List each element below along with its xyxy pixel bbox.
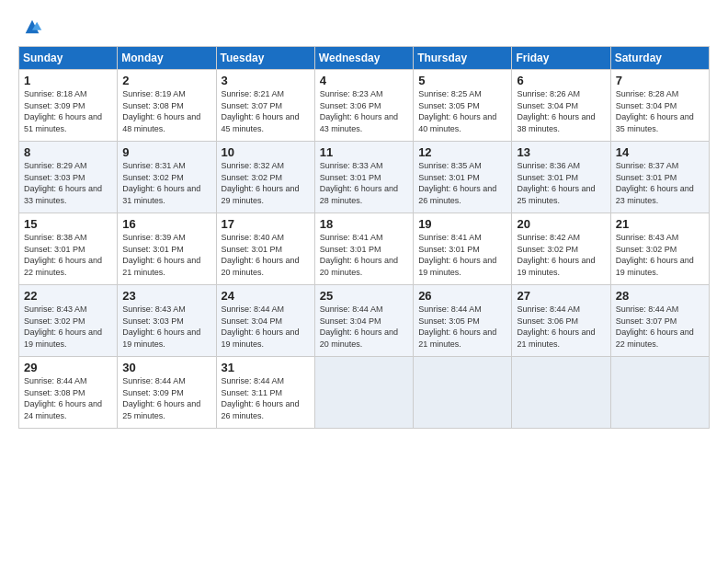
calendar-cell: 15 Sunrise: 8:38 AMSunset: 3:01 PMDaylig… bbox=[19, 213, 118, 285]
day-number: 29 bbox=[24, 361, 113, 374]
day-info: Sunrise: 8:44 AMSunset: 3:07 PMDaylight:… bbox=[616, 304, 694, 349]
day-info: Sunrise: 8:41 AMSunset: 3:01 PMDaylight:… bbox=[418, 233, 496, 277]
calendar-cell: 24 Sunrise: 8:44 AMSunset: 3:04 PMDaylig… bbox=[216, 285, 314, 357]
calendar-cell bbox=[414, 357, 512, 429]
day-info: Sunrise: 8:42 AMSunset: 3:02 PMDaylight:… bbox=[517, 233, 595, 277]
calendar-week-1: 1 Sunrise: 8:18 AMSunset: 3:09 PMDayligh… bbox=[19, 70, 710, 142]
day-number: 25 bbox=[320, 289, 409, 303]
day-number: 15 bbox=[24, 217, 113, 231]
day-number: 21 bbox=[616, 217, 705, 231]
day-info: Sunrise: 8:44 AMSunset: 3:11 PMDaylight:… bbox=[222, 376, 300, 420]
day-number: 16 bbox=[122, 217, 211, 231]
calendar-cell: 31 Sunrise: 8:44 AMSunset: 3:11 PMDaylig… bbox=[216, 357, 314, 429]
day-number: 19 bbox=[418, 217, 507, 231]
day-number: 13 bbox=[517, 145, 606, 159]
day-info: Sunrise: 8:33 AMSunset: 3:01 PMDaylight:… bbox=[320, 161, 398, 205]
calendar-cell: 21 Sunrise: 8:43 AMSunset: 3:02 PMDaylig… bbox=[610, 213, 709, 285]
day-number: 3 bbox=[222, 74, 311, 87]
day-info: Sunrise: 8:19 AMSunset: 3:08 PMDaylight:… bbox=[122, 89, 200, 133]
day-info: Sunrise: 8:21 AMSunset: 3:07 PMDaylight:… bbox=[222, 89, 300, 133]
calendar-cell: 30 Sunrise: 8:44 AMSunset: 3:09 PMDaylig… bbox=[118, 357, 216, 429]
day-number: 22 bbox=[24, 289, 113, 303]
calendar-cell: 3 Sunrise: 8:21 AMSunset: 3:07 PMDayligh… bbox=[216, 70, 314, 142]
day-number: 6 bbox=[517, 74, 606, 87]
calendar-cell: 7 Sunrise: 8:28 AMSunset: 3:04 PMDayligh… bbox=[610, 70, 709, 142]
calendar-cell: 14 Sunrise: 8:37 AMSunset: 3:01 PMDaylig… bbox=[610, 142, 709, 213]
day-info: Sunrise: 8:23 AMSunset: 3:06 PMDaylight:… bbox=[320, 89, 398, 133]
calendar-header-thursday: Thursday bbox=[414, 47, 512, 70]
calendar-cell: 20 Sunrise: 8:42 AMSunset: 3:02 PMDaylig… bbox=[512, 213, 610, 285]
calendar-cell: 23 Sunrise: 8:43 AMSunset: 3:03 PMDaylig… bbox=[118, 285, 216, 357]
calendar-cell: 22 Sunrise: 8:43 AMSunset: 3:02 PMDaylig… bbox=[19, 285, 118, 357]
day-number: 8 bbox=[24, 145, 113, 159]
calendar-week-4: 22 Sunrise: 8:43 AMSunset: 3:02 PMDaylig… bbox=[19, 285, 710, 357]
day-number: 4 bbox=[320, 74, 409, 87]
calendar-cell: 28 Sunrise: 8:44 AMSunset: 3:07 PMDaylig… bbox=[610, 285, 709, 357]
day-number: 1 bbox=[24, 74, 113, 87]
calendar-cell: 29 Sunrise: 8:44 AMSunset: 3:08 PMDaylig… bbox=[19, 357, 118, 429]
calendar-week-3: 15 Sunrise: 8:38 AMSunset: 3:01 PMDaylig… bbox=[19, 213, 710, 285]
day-info: Sunrise: 8:44 AMSunset: 3:05 PMDaylight:… bbox=[418, 304, 496, 349]
calendar-cell: 9 Sunrise: 8:31 AMSunset: 3:02 PMDayligh… bbox=[118, 142, 216, 213]
calendar-week-5: 29 Sunrise: 8:44 AMSunset: 3:08 PMDaylig… bbox=[19, 357, 710, 429]
calendar-header-monday: Monday bbox=[118, 47, 216, 70]
day-number: 28 bbox=[616, 289, 705, 303]
day-info: Sunrise: 8:40 AMSunset: 3:01 PMDaylight:… bbox=[222, 233, 300, 277]
page: SundayMondayTuesdayWednesdayThursdayFrid… bbox=[0, 0, 728, 563]
day-number: 30 bbox=[122, 361, 211, 374]
day-info: Sunrise: 8:44 AMSunset: 3:08 PMDaylight:… bbox=[24, 376, 102, 420]
day-info: Sunrise: 8:43 AMSunset: 3:02 PMDaylight:… bbox=[616, 233, 694, 277]
calendar-cell: 12 Sunrise: 8:35 AMSunset: 3:01 PMDaylig… bbox=[414, 142, 512, 213]
day-info: Sunrise: 8:41 AMSunset: 3:01 PMDaylight:… bbox=[320, 233, 398, 277]
day-info: Sunrise: 8:37 AMSunset: 3:01 PMDaylight:… bbox=[616, 161, 694, 205]
day-info: Sunrise: 8:31 AMSunset: 3:02 PMDaylight:… bbox=[122, 161, 200, 205]
calendar-cell: 13 Sunrise: 8:36 AMSunset: 3:01 PMDaylig… bbox=[512, 142, 610, 213]
day-info: Sunrise: 8:44 AMSunset: 3:04 PMDaylight:… bbox=[320, 304, 398, 349]
calendar-header-friday: Friday bbox=[512, 47, 610, 70]
day-info: Sunrise: 8:28 AMSunset: 3:04 PMDaylight:… bbox=[616, 89, 694, 133]
day-number: 27 bbox=[517, 289, 606, 303]
calendar-cell: 2 Sunrise: 8:19 AMSunset: 3:08 PMDayligh… bbox=[118, 70, 216, 142]
day-info: Sunrise: 8:25 AMSunset: 3:05 PMDaylight:… bbox=[418, 89, 496, 133]
logo bbox=[18, 17, 42, 37]
day-number: 12 bbox=[418, 145, 507, 159]
day-number: 11 bbox=[320, 145, 409, 159]
day-info: Sunrise: 8:38 AMSunset: 3:01 PMDaylight:… bbox=[24, 233, 102, 277]
day-number: 10 bbox=[222, 145, 311, 159]
day-number: 17 bbox=[222, 217, 311, 231]
day-info: Sunrise: 8:43 AMSunset: 3:03 PMDaylight:… bbox=[122, 304, 200, 349]
calendar-cell: 19 Sunrise: 8:41 AMSunset: 3:01 PMDaylig… bbox=[414, 213, 512, 285]
day-number: 5 bbox=[418, 74, 507, 87]
calendar-header-row: SundayMondayTuesdayWednesdayThursdayFrid… bbox=[19, 47, 710, 70]
day-number: 31 bbox=[222, 361, 311, 374]
day-number: 20 bbox=[517, 217, 606, 231]
day-info: Sunrise: 8:26 AMSunset: 3:04 PMDaylight:… bbox=[517, 89, 595, 133]
calendar-cell: 17 Sunrise: 8:40 AMSunset: 3:01 PMDaylig… bbox=[216, 213, 314, 285]
day-number: 14 bbox=[616, 145, 705, 159]
calendar-cell bbox=[610, 357, 709, 429]
calendar-cell: 11 Sunrise: 8:33 AMSunset: 3:01 PMDaylig… bbox=[314, 142, 413, 213]
day-info: Sunrise: 8:29 AMSunset: 3:03 PMDaylight:… bbox=[24, 161, 102, 205]
calendar-cell: 18 Sunrise: 8:41 AMSunset: 3:01 PMDaylig… bbox=[314, 213, 413, 285]
calendar-cell: 27 Sunrise: 8:44 AMSunset: 3:06 PMDaylig… bbox=[512, 285, 610, 357]
calendar-table: SundayMondayTuesdayWednesdayThursdayFrid… bbox=[18, 46, 710, 429]
day-info: Sunrise: 8:36 AMSunset: 3:01 PMDaylight:… bbox=[517, 161, 595, 205]
calendar-cell: 1 Sunrise: 8:18 AMSunset: 3:09 PMDayligh… bbox=[19, 70, 118, 142]
day-number: 26 bbox=[418, 289, 507, 303]
day-number: 18 bbox=[320, 217, 409, 231]
calendar-cell: 5 Sunrise: 8:25 AMSunset: 3:05 PMDayligh… bbox=[414, 70, 512, 142]
day-info: Sunrise: 8:44 AMSunset: 3:04 PMDaylight:… bbox=[222, 304, 300, 349]
day-info: Sunrise: 8:32 AMSunset: 3:02 PMDaylight:… bbox=[222, 161, 300, 205]
calendar-header-sunday: Sunday bbox=[19, 47, 118, 70]
calendar-cell: 8 Sunrise: 8:29 AMSunset: 3:03 PMDayligh… bbox=[19, 142, 118, 213]
calendar-header-saturday: Saturday bbox=[610, 47, 709, 70]
day-info: Sunrise: 8:39 AMSunset: 3:01 PMDaylight:… bbox=[122, 233, 200, 277]
logo-icon bbox=[22, 17, 42, 37]
day-info: Sunrise: 8:44 AMSunset: 3:09 PMDaylight:… bbox=[122, 376, 200, 420]
day-info: Sunrise: 8:35 AMSunset: 3:01 PMDaylight:… bbox=[418, 161, 496, 205]
day-number: 24 bbox=[222, 289, 311, 303]
calendar-header-wednesday: Wednesday bbox=[314, 47, 413, 70]
calendar-cell: 25 Sunrise: 8:44 AMSunset: 3:04 PMDaylig… bbox=[314, 285, 413, 357]
calendar-cell: 26 Sunrise: 8:44 AMSunset: 3:05 PMDaylig… bbox=[414, 285, 512, 357]
calendar-header-tuesday: Tuesday bbox=[216, 47, 314, 70]
